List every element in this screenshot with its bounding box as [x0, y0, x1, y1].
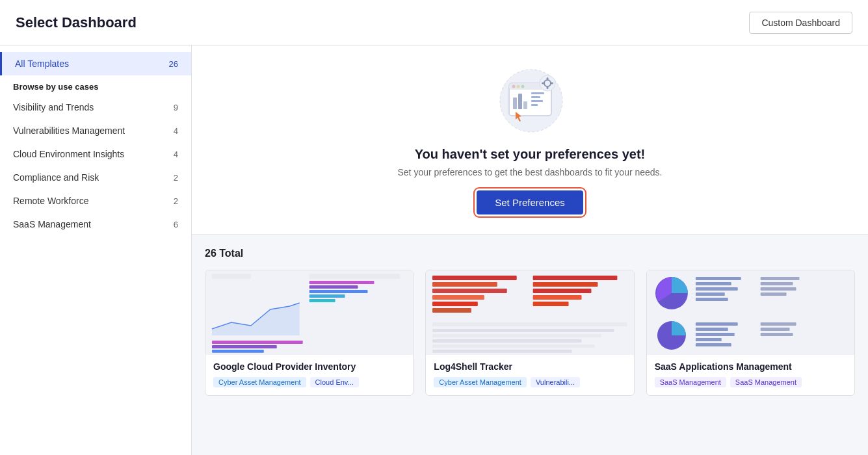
sidebar-item-cloud[interactable]: Cloud Environment Insights 4: [0, 142, 191, 166]
svg-rect-51: [696, 287, 738, 291]
svg-rect-65: [760, 328, 789, 331]
preferences-banner: You haven't set your preferences yet! Se…: [192, 46, 868, 235]
svg-rect-60: [696, 328, 728, 331]
svg-rect-8: [523, 101, 527, 109]
template-info-gcp: Google Cloud Provider Inventory Cyber As…: [205, 355, 413, 395]
template-name-log4shell: Log4Shell Tracker: [434, 361, 625, 372]
svg-rect-29: [212, 345, 277, 348]
svg-rect-45: [432, 339, 582, 343]
svg-rect-50: [696, 282, 731, 285]
sidebar-item-vulnerabilities[interactable]: Vulnerabilities Management 4: [0, 119, 191, 142]
svg-rect-40: [533, 295, 582, 300]
svg-rect-28: [212, 341, 303, 344]
tag-saas-2[interactable]: SaaS Management: [730, 377, 802, 387]
svg-rect-30: [212, 350, 264, 353]
templates-grid: Google Cloud Provider Inventory Cyber As…: [205, 270, 855, 396]
template-tags-gcp: Cyber Asset Management Cloud Env...: [213, 377, 405, 387]
templates-section: 26 Total: [192, 235, 868, 402]
svg-rect-15: [547, 77, 549, 80]
template-tags-log4shell: Cyber Asset Management Vulnerabili...: [434, 377, 625, 387]
sidebar-item-vulnerabilities-count: 4: [174, 126, 178, 136]
svg-rect-44: [432, 334, 601, 337]
svg-point-3: [512, 85, 516, 88]
sidebar-item-remote[interactable]: Remote Workforce 2: [0, 189, 191, 213]
sidebar-item-visibility-count: 9: [174, 103, 178, 112]
template-thumbnail-saas: [647, 270, 854, 355]
content-area: You haven't set your preferences yet! Se…: [192, 46, 868, 455]
svg-rect-18: [551, 83, 553, 84]
svg-rect-53: [696, 298, 728, 301]
sidebar-item-vulnerabilities-label: Vulnerabilities Management: [13, 125, 125, 136]
sidebar-item-cloud-label: Cloud Environment Insights: [13, 149, 124, 159]
svg-rect-59: [696, 322, 738, 326]
svg-rect-41: [533, 302, 569, 306]
svg-rect-61: [696, 333, 735, 336]
tag-cyber-asset[interactable]: Cyber Asset Management: [213, 377, 306, 387]
svg-point-5: [521, 85, 525, 88]
svg-rect-46: [432, 344, 594, 348]
sidebar-item-compliance-label: Compliance and Risk: [13, 172, 99, 183]
tag-cyber-asset-2[interactable]: Cyber Asset Management: [434, 377, 527, 387]
svg-rect-7: [518, 94, 522, 109]
svg-rect-21: [309, 274, 401, 279]
template-info-log4shell: Log4Shell Tracker Cyber Asset Management…: [426, 355, 633, 395]
svg-rect-6: [513, 98, 517, 109]
sidebar-item-saas-label: SaaS Management: [13, 219, 91, 229]
template-thumbnail-log4shell: [426, 270, 633, 355]
sidebar-item-remote-label: Remote Workforce: [13, 196, 88, 206]
template-card-saas[interactable]: SaaS Applications Management SaaS Manage…: [646, 270, 855, 396]
svg-rect-35: [432, 302, 478, 306]
set-preferences-button[interactable]: Set Preferences: [477, 190, 583, 214]
template-tags-saas: SaaS Management SaaS Management: [655, 377, 847, 387]
svg-rect-10: [531, 96, 540, 98]
svg-rect-31: [432, 276, 517, 280]
svg-rect-56: [760, 287, 796, 291]
svg-rect-57: [760, 292, 786, 296]
svg-rect-11: [531, 100, 543, 102]
template-thumbnail-gcp: [205, 270, 413, 355]
svg-rect-17: [542, 83, 544, 84]
svg-point-4: [517, 85, 520, 88]
svg-rect-66: [760, 333, 793, 336]
tag-saas-1[interactable]: SaaS Management: [655, 377, 726, 387]
svg-rect-25: [309, 294, 345, 298]
all-templates-label: All Templates: [15, 58, 69, 69]
svg-rect-12: [531, 104, 538, 106]
svg-rect-37: [533, 276, 618, 280]
svg-rect-39: [533, 289, 592, 293]
svg-rect-16: [547, 86, 549, 89]
svg-rect-22: [309, 281, 375, 284]
sidebar-item-cloud-count: 4: [174, 150, 178, 159]
svg-rect-23: [309, 285, 358, 289]
svg-rect-55: [760, 282, 793, 285]
template-info-saas: SaaS Applications Management SaaS Manage…: [647, 355, 854, 395]
sidebar-item-all-templates[interactable]: All Templates 26: [0, 52, 191, 75]
preferences-illustration: [491, 65, 569, 136]
tag-cloud-env[interactable]: Cloud Env...: [310, 377, 359, 387]
svg-rect-32: [432, 282, 497, 287]
sidebar-item-saas[interactable]: SaaS Management 6: [0, 213, 191, 236]
sidebar-item-remote-count: 2: [174, 196, 178, 206]
svg-rect-64: [760, 322, 796, 326]
template-name-saas: SaaS Applications Management: [655, 361, 847, 372]
sidebar-item-saas-count: 6: [174, 220, 178, 229]
svg-rect-42: [432, 322, 627, 326]
svg-rect-20: [212, 274, 251, 279]
svg-rect-33: [432, 289, 507, 293]
template-name-gcp: Google Cloud Provider Inventory: [213, 361, 405, 372]
svg-marker-27: [212, 303, 300, 335]
svg-rect-36: [432, 308, 471, 313]
sidebar-item-compliance[interactable]: Compliance and Risk 2: [0, 166, 191, 189]
page-title: Select Dashboard: [16, 14, 137, 31]
template-card-log4shell[interactable]: Log4Shell Tracker Cyber Asset Management…: [425, 270, 634, 396]
custom-dashboard-button[interactable]: Custom Dashboard: [749, 12, 852, 34]
svg-rect-52: [696, 292, 725, 296]
template-card-gcp[interactable]: Google Cloud Provider Inventory Cyber As…: [205, 270, 414, 396]
sidebar-item-visibility[interactable]: Visibility and Trends 9: [0, 96, 191, 119]
tag-vulnerabili[interactable]: Vulnerabili...: [531, 377, 580, 387]
main-layout: All Templates 26 Browse by use cases Vis…: [0, 46, 868, 455]
browse-use-cases-header: Browse by use cases: [0, 75, 191, 96]
svg-rect-38: [533, 282, 598, 287]
svg-rect-26: [309, 299, 335, 302]
svg-rect-63: [696, 343, 731, 346]
